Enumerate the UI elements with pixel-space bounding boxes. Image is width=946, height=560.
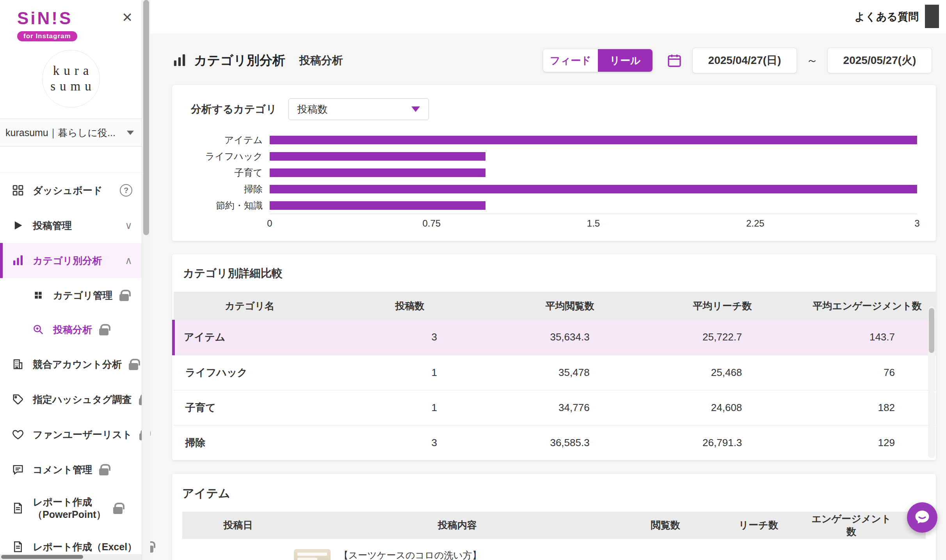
metric-value-cell: 35,478 — [494, 355, 646, 390]
sidebar-item-label: 指定ハッシュタグ調査 — [33, 393, 132, 406]
tag-icon — [11, 393, 25, 405]
posts-header-row: 投稿日投稿内容閲覧数リーチ数エンゲージメント数 — [182, 512, 926, 539]
column-header: リーチ数 — [710, 512, 807, 539]
chart-category-label: 節約・知識 — [191, 199, 270, 212]
sidebar-item-post-management[interactable]: 投稿管理 ∨ — [0, 208, 142, 243]
dashboard-icon — [11, 184, 25, 197]
column-header: 投稿数 — [326, 292, 494, 320]
post-engagement: 76 — [807, 539, 896, 560]
metric-select-value: 投稿数 — [297, 103, 328, 116]
avatar-text-line: sumu — [46, 79, 96, 94]
date-from-input[interactable]: 2025/04/27(日) — [692, 48, 797, 73]
lock-icon — [99, 328, 108, 335]
sidebar-item-category-management[interactable]: カテゴリ管理 — [0, 278, 142, 312]
sidebar-item-label: カテゴリ管理 — [53, 289, 112, 302]
metric-value-cell: 1 — [326, 390, 494, 425]
category-detail-card: アイテム 投稿日投稿内容閲覧数リーチ数エンゲージメント数 2025/05/23(… — [172, 474, 936, 560]
sidebar-item-fan-user-list[interactable]: ファンユーザーリスト — [0, 417, 142, 452]
scrollbar-thumb[interactable] — [1, 555, 83, 559]
bar-chart-icon — [172, 53, 187, 68]
metric-value-cell: 25,722.7 — [646, 320, 799, 355]
chart-category-label: アイテム — [191, 134, 270, 146]
tab-reel[interactable]: リール — [598, 49, 653, 72]
main-content: よくある質問 カテゴリ別分析 投稿分析 フィード リール 2025/04/27(… — [150, 0, 946, 560]
post-content-text: 【スーツケースのコロの洗い方】楽しい旅行の後は、洗濯物やお片付けなど色々大変です… — [339, 549, 621, 560]
metric-value-cell: 35,634.3 — [494, 320, 646, 355]
bar-chart-rows: アイテムライフハック子育て掃除節約・知識 — [191, 132, 917, 214]
metric-value-cell: 34,776 — [494, 390, 646, 425]
sidebar-item-label: ファンユーザーリスト — [33, 428, 132, 441]
tab-feed[interactable]: フィード — [543, 49, 598, 72]
chart-bar — [270, 185, 917, 193]
comparison-row[interactable]: 掃除336,585.326,791.3129 — [174, 425, 936, 460]
category-name-cell: 子育て — [174, 390, 326, 425]
post-row[interactable]: 2025/05/23(金) 18:06 【スーツケースのコロの洗い方】楽しい旅行… — [182, 539, 926, 560]
column-header: カテゴリ名 — [174, 292, 326, 320]
sidebar-item-label: カテゴリ別分析 — [33, 254, 102, 267]
metric-value-cell: 3 — [326, 425, 494, 460]
bar-chart-icon — [11, 254, 25, 267]
chart-category-label: 掃除 — [191, 183, 270, 195]
chat-widget-button[interactable] — [907, 502, 937, 533]
metric-value-cell: 1 — [326, 355, 494, 390]
chart-bar — [270, 168, 485, 177]
metric-value-cell: 143.7 — [798, 320, 936, 355]
sidebar-item-post-analysis[interactable]: 投稿分析 — [0, 312, 142, 347]
date-to-input[interactable]: 2025/05/27(火) — [827, 48, 932, 73]
sidebar-item-category-analysis[interactable]: カテゴリ別分析 ∧ — [0, 243, 142, 278]
chat-bubble-icon — [914, 509, 930, 526]
metric-select[interactable]: 投稿数 — [288, 98, 429, 120]
chart-bar-row: 節約・知識 — [191, 197, 917, 214]
post-views: 35,478 — [621, 539, 710, 560]
page-title: カテゴリ別分析 — [194, 52, 285, 69]
column-header: 投稿内容 — [294, 512, 621, 539]
comparison-title: カテゴリ別詳細比較 — [172, 266, 936, 281]
category-name-cell: ライフハック — [174, 355, 326, 390]
metric-value-cell: 3 — [326, 320, 494, 355]
comparison-row[interactable]: アイテム335,634.325,722.7143.7 — [174, 320, 936, 355]
metric-value-cell: 25,468 — [646, 355, 799, 390]
sidebar-item-hashtag-research[interactable]: 指定ハッシュタグ調査 — [0, 382, 142, 417]
post-thumbnail[interactable] — [294, 549, 331, 560]
chart-bar-row: 掃除 — [191, 181, 917, 197]
calendar-icon[interactable] — [667, 53, 682, 68]
account-selector-label: kurasumu｜暮らしに役... — [5, 126, 127, 139]
sidebar-item-comment-management[interactable]: コメント管理 — [0, 452, 142, 487]
help-icon[interactable]: ? — [120, 184, 132, 197]
chevron-up-icon: ∧ — [125, 255, 132, 267]
sidebar: SiN!S for Instagram × kura sumu kurasumu… — [0, 0, 142, 560]
magnifier-plus-icon — [31, 324, 45, 335]
account-selector[interactable]: kurasumu｜暮らしに役... — [0, 119, 142, 147]
account-avatar: kura sumu — [42, 50, 100, 108]
scrollbar-thumb[interactable] — [143, 0, 149, 235]
chevron-down-icon — [127, 131, 134, 135]
sidebar-horizontal-scrollbar — [0, 554, 142, 560]
metric-value-cell: 129 — [798, 425, 936, 460]
brand-block: SiN!S for Instagram × — [0, 0, 142, 41]
chart-bar-row: 子育て — [191, 165, 917, 181]
chart-filter-row: 分析するカテゴリ 投稿数 — [191, 98, 917, 120]
play-icon — [11, 220, 25, 231]
bar-chart-axis: 00.751.52.253 — [270, 214, 917, 231]
sidebar-item-dashboard[interactable]: ダッシュボード ? — [0, 173, 142, 208]
column-header: 投稿日 — [182, 512, 294, 539]
metric-value-cell: 76 — [798, 355, 936, 390]
column-header: 平均閲覧数 — [494, 292, 646, 320]
sidebar-item-label: コメント管理 — [33, 463, 92, 476]
close-icon[interactable]: × — [122, 9, 132, 26]
page-subtitle: 投稿分析 — [299, 53, 343, 68]
comparison-row[interactable]: ライフハック135,47825,46876 — [174, 355, 936, 390]
detail-section-title: アイテム — [182, 486, 926, 502]
sidebar-item-competitor-analysis[interactable]: 競合アカウント分析 — [0, 347, 142, 382]
feed-reel-toggle: フィード リール — [543, 49, 653, 72]
faq-link[interactable]: よくある質問 — [854, 10, 919, 24]
sidebar-item-report-powerpoint[interactable]: レポート作成 （PowerPoint） — [0, 487, 142, 529]
scrollbar-thumb[interactable] — [929, 308, 934, 353]
sidebar-item-label: 競合アカウント分析 — [33, 358, 122, 371]
table-vertical-scrollbar — [928, 307, 935, 458]
column-header: 平均エンゲージメント数 — [798, 292, 936, 320]
chart-category-label: 子育て — [191, 167, 270, 179]
lock-icon — [113, 507, 123, 514]
filter-label: 分析するカテゴリ — [191, 102, 277, 116]
comparison-row[interactable]: 子育て134,77624,608182 — [174, 390, 936, 425]
